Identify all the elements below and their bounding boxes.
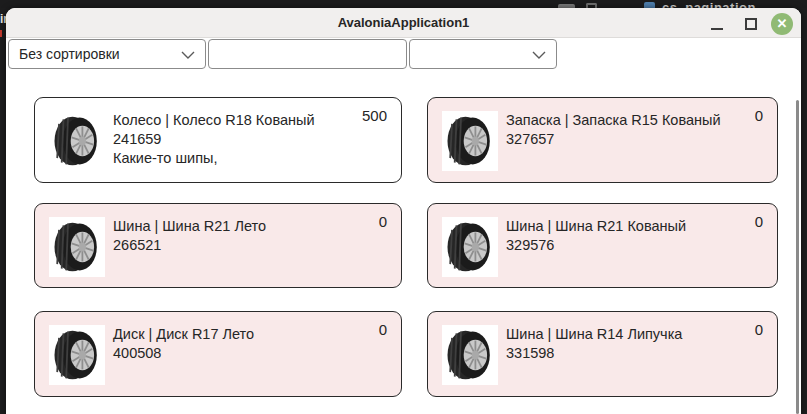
product-description: Какие-то шипы,	[113, 149, 315, 168]
product-title: Запаска | Запаска R15 Кованый	[506, 111, 721, 130]
product-text: Шина | Шина R21 Кованый 329576	[506, 217, 686, 255]
product-article: 241659	[113, 130, 315, 149]
tire-photo	[49, 325, 105, 385]
chevron-down-icon	[532, 51, 546, 59]
minimize-button[interactable]	[711, 28, 723, 30]
search-input-wrapper	[208, 39, 407, 69]
tire-photo	[49, 111, 105, 171]
tire-photo	[442, 325, 498, 385]
product-card[interactable]: Шина | Шина R14 Липучка 331598 0	[427, 311, 778, 397]
product-card[interactable]: Шина | Шина R21 Кованый 329576 0	[427, 203, 778, 288]
product-text: Диск | Диск R17 Лето 400508	[113, 325, 254, 363]
product-article: 329576	[506, 236, 686, 255]
taskbar-filename-label: cs_pagination	[662, 0, 756, 8]
product-text: Шина | Шина R14 Липучка 331598	[506, 325, 682, 363]
tire-photo	[442, 111, 498, 171]
product-card[interactable]: Шина | Шина R21 Лето 266521 0	[34, 203, 402, 288]
product-count: 0	[755, 107, 763, 124]
product-title: Шина | Шина R14 Липучка	[506, 325, 682, 344]
titlebar[interactable]: AvaloniaApplication1 ✕	[6, 8, 801, 38]
maximize-button[interactable]	[745, 18, 757, 30]
product-title: Шина | Шина R21 Кованый	[506, 217, 686, 236]
product-text: Колесо | Колесо R18 Кованый 241659 Какие…	[113, 111, 315, 168]
product-count: 500	[362, 107, 387, 124]
application-window: AvaloniaApplication1 ✕ Без сортировки	[6, 8, 801, 414]
filter-dropdown[interactable]	[409, 39, 557, 69]
tire-photo	[49, 217, 105, 277]
close-button[interactable]: ✕	[771, 13, 793, 35]
product-article: 266521	[113, 236, 266, 255]
product-text: Запаска | Запаска R15 Кованый 327657	[506, 111, 721, 149]
product-count: 0	[379, 213, 387, 230]
product-title: Диск | Диск R17 Лето	[113, 325, 254, 344]
product-card[interactable]: Диск | Диск R17 Лето 400508 0	[34, 311, 402, 397]
vertical-scrollbar[interactable]	[796, 100, 799, 414]
chevron-down-icon	[181, 51, 195, 59]
product-count: 0	[755, 213, 763, 230]
search-input[interactable]	[215, 42, 400, 66]
product-title: Шина | Шина R21 Лето	[113, 217, 266, 236]
product-count: 0	[755, 321, 763, 338]
product-article: 327657	[506, 130, 721, 149]
sort-dropdown-value: Без сортировки	[19, 46, 120, 62]
background-red-marker	[0, 30, 2, 37]
product-count: 0	[379, 321, 387, 338]
background-taskbar: cs_pagination	[0, 0, 807, 8]
product-title: Колесо | Колесо R18 Кованый	[113, 111, 315, 130]
product-article: 400508	[113, 344, 254, 363]
product-card[interactable]: Колесо | Колесо R18 Кованый 241659 Какие…	[34, 97, 402, 183]
product-article: 331598	[506, 344, 682, 363]
product-text: Шина | Шина R21 Лето 266521	[113, 217, 266, 255]
product-card[interactable]: Запаска | Запаска R15 Кованый 327657 0	[427, 97, 778, 183]
tire-photo	[442, 217, 498, 277]
sort-dropdown[interactable]: Без сортировки	[8, 39, 206, 69]
window-title: AvaloniaApplication1	[6, 15, 801, 30]
